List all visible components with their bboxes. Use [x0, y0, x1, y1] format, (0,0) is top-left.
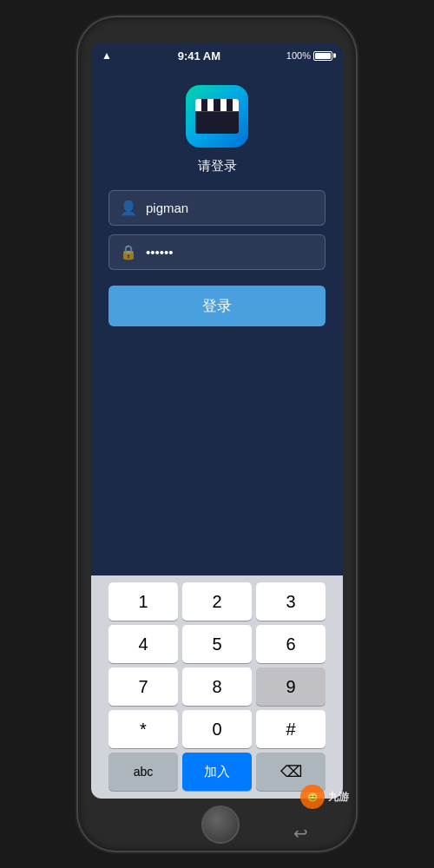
- user-icon: 👤: [120, 200, 137, 216]
- keyboard-row-1: 1 2 3: [95, 582, 339, 621]
- phone-screen: ▲ 9:41 AM 100%: [91, 43, 343, 799]
- battery-icon: [313, 51, 332, 61]
- app-icon: [186, 85, 248, 148]
- key-abc[interactable]: abc: [108, 753, 178, 791]
- clapper-body: [195, 111, 239, 134]
- key-6[interactable]: 6: [256, 625, 326, 663]
- lock-icon: 🔒: [120, 244, 137, 260]
- battery-fill: [315, 53, 331, 59]
- phone-bottom: ↩: [91, 806, 343, 844]
- password-input-group[interactable]: 🔒: [108, 234, 326, 270]
- status-time: 9:41 AM: [178, 49, 220, 62]
- jiuyou-text: 九游: [328, 790, 349, 805]
- key-hash[interactable]: #: [256, 710, 326, 748]
- key-8[interactable]: 8: [182, 667, 252, 706]
- key-1[interactable]: 1: [108, 582, 178, 621]
- status-bar: ▲ 9:41 AM 100%: [91, 43, 343, 68]
- key-3[interactable]: 3: [256, 582, 326, 621]
- watermark: 😊 九游: [300, 785, 349, 809]
- key-star[interactable]: *: [108, 710, 178, 748]
- keyboard-row-3: 7 8 9: [95, 667, 339, 706]
- clapper-top: [195, 99, 239, 111]
- key-7[interactable]: 7: [108, 667, 178, 706]
- wifi-icon: ▲: [102, 49, 112, 62]
- username-input-group[interactable]: 👤: [108, 190, 326, 226]
- login-title: 请登录: [198, 158, 237, 174]
- battery-area: 100%: [286, 50, 332, 61]
- key-enter[interactable]: 加入: [182, 753, 252, 791]
- phone-outer: ▲ 9:41 AM 100%: [78, 17, 356, 851]
- key-2[interactable]: 2: [182, 582, 252, 621]
- keyboard-row-4: * 0 #: [95, 710, 339, 748]
- back-button-icon[interactable]: ↩: [293, 823, 308, 844]
- key-0[interactable]: 0: [182, 710, 252, 748]
- key-4[interactable]: 4: [108, 625, 178, 663]
- clapperboard: [195, 99, 239, 134]
- login-button[interactable]: 登录: [108, 286, 326, 326]
- jiuyou-logo: 😊: [300, 785, 325, 809]
- keyboard: 1 2 3 4 5 6 7 8 9 * 0 #: [91, 575, 343, 799]
- battery-pct: 100%: [286, 50, 311, 61]
- password-input[interactable]: [146, 245, 314, 260]
- login-area: 请登录 👤 🔒 登录: [91, 68, 343, 575]
- keyboard-row-2: 4 5 6: [95, 625, 339, 663]
- username-input[interactable]: [146, 201, 314, 215]
- key-5[interactable]: 5: [182, 625, 252, 663]
- key-9[interactable]: 9: [256, 667, 326, 706]
- home-button[interactable]: [201, 806, 240, 844]
